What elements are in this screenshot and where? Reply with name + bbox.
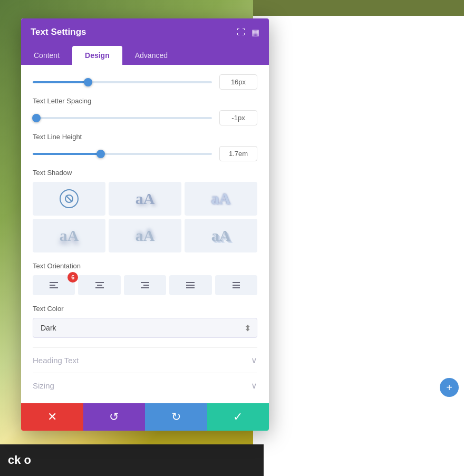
text-color-label: Text Color xyxy=(33,305,257,313)
orientation-left[interactable]: 6 xyxy=(33,275,75,295)
action-bar: ✕ ↺ ↻ ✓ xyxy=(21,403,269,431)
modal-tabs: Content Design Advanced xyxy=(21,46,269,65)
shadow-bottom-preview: aA xyxy=(60,227,79,245)
modal-title: Text Settings xyxy=(31,27,86,37)
sizing-chevron-icon: ∨ xyxy=(251,381,257,391)
line-height-track[interactable] xyxy=(33,153,212,155)
text-shadow-label: Text Shadow xyxy=(33,169,257,177)
letter-spacing-label: Text Letter Spacing xyxy=(33,97,257,105)
undo-button[interactable]: ↺ xyxy=(83,403,146,431)
columns-icon[interactable]: ▦ xyxy=(252,27,259,37)
tab-design[interactable]: Design xyxy=(72,46,122,65)
orientation-badge: 6 xyxy=(67,272,78,283)
svg-line-1 xyxy=(66,196,72,202)
page-bottom-bar: ck o xyxy=(0,444,264,476)
expand-icon[interactable]: ⛶ xyxy=(237,27,245,37)
tab-content[interactable]: Content xyxy=(21,46,72,65)
font-size-input[interactable] xyxy=(219,74,257,90)
sizing-label: Sizing xyxy=(33,381,54,390)
redo-button[interactable]: ↻ xyxy=(145,403,207,431)
font-size-thumb[interactable] xyxy=(84,78,92,86)
shadow-drop-preview: aA xyxy=(136,190,155,208)
shadow-outline[interactable]: aA xyxy=(185,182,257,216)
bg-right-section: Your health ALL PRODUCTS + xyxy=(253,0,464,476)
modal-header: Text Settings ⛶ ▦ xyxy=(21,18,269,46)
shadow-flat-preview: aA xyxy=(211,227,231,245)
orientation-custom[interactable] xyxy=(215,275,257,295)
line-height-row xyxy=(33,146,257,161)
tab-advanced[interactable]: Advanced xyxy=(122,46,180,65)
color-select[interactable]: Dark Light Custom xyxy=(33,318,257,338)
orientation-center[interactable] xyxy=(78,275,120,295)
modal-body: Text Letter Spacing Text Line Height Tex… xyxy=(21,65,269,403)
text-settings-modal: Text Settings ⛶ ▦ Content Design Advance… xyxy=(21,18,269,431)
plus-button[interactable]: + xyxy=(440,378,459,397)
shadow-drop[interactable]: aA xyxy=(109,182,181,216)
shadow-bottom[interactable]: aA xyxy=(33,219,105,252)
font-size-row xyxy=(33,74,257,90)
orientation-row: 6 xyxy=(33,275,257,295)
shadow-flat[interactable]: aA xyxy=(185,219,257,252)
cancel-button[interactable]: ✕ xyxy=(21,403,83,431)
line-height-thumb[interactable] xyxy=(96,150,105,158)
sizing-section[interactable]: Sizing ∨ xyxy=(33,373,257,398)
letter-spacing-thumb[interactable] xyxy=(32,114,41,122)
color-select-row: Dark Light Custom ⬍ xyxy=(33,318,257,338)
heading-text-section[interactable]: Heading Text ∨ xyxy=(33,347,257,373)
bg-top-bar xyxy=(253,0,464,16)
heading-text-label: Heading Text xyxy=(33,356,79,365)
letter-spacing-track[interactable] xyxy=(33,117,212,119)
confirm-button[interactable]: ✓ xyxy=(207,403,269,431)
modal-header-icons: ⛶ ▦ xyxy=(237,27,259,37)
shadow-lift-preview: aA xyxy=(136,227,155,245)
orientation-right[interactable] xyxy=(124,275,166,295)
shadow-lift[interactable]: aA xyxy=(109,219,181,252)
shadow-grid: aA aA aA aA aA xyxy=(33,182,257,252)
heading-chevron-icon: ∨ xyxy=(251,355,257,365)
font-size-track[interactable] xyxy=(33,81,212,83)
orientation-justify[interactable] xyxy=(169,275,211,295)
letter-spacing-row xyxy=(33,110,257,125)
line-height-input[interactable] xyxy=(219,146,257,161)
letter-spacing-input[interactable] xyxy=(219,110,257,125)
bottom-bar-text: ck o xyxy=(8,453,31,467)
line-height-label: Text Line Height xyxy=(33,133,257,141)
font-size-fill xyxy=(33,81,88,83)
color-select-wrapper: Dark Light Custom ⬍ xyxy=(33,318,257,338)
shadow-none[interactable] xyxy=(33,182,105,216)
line-height-fill xyxy=(33,153,101,155)
text-orientation-label: Text Orientation xyxy=(33,262,257,270)
shadow-outline-preview: aA xyxy=(211,190,231,208)
